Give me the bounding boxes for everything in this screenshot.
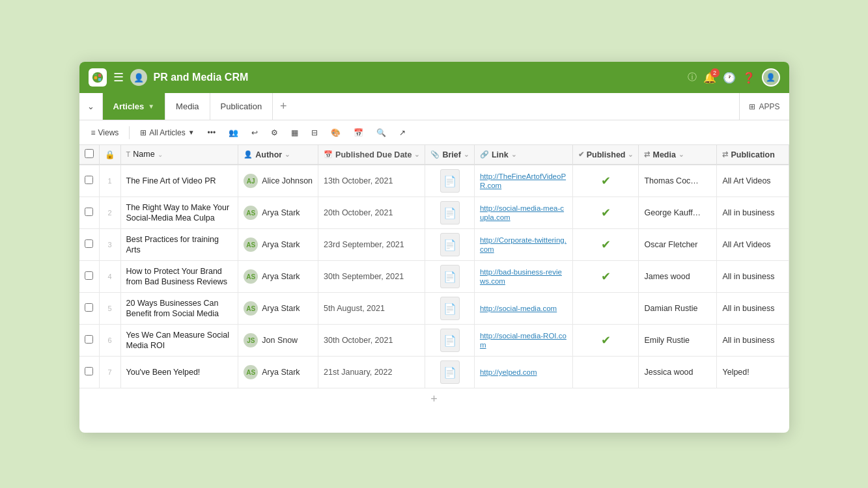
row-media-cell[interactable]: George Kauff… (639, 197, 717, 229)
row-brief-cell[interactable]: 📄 (425, 261, 474, 293)
collapse-button[interactable]: ⌄ (79, 93, 103, 120)
col-header-publication[interactable]: ⇄ Publication (717, 145, 789, 165)
table-container: 🔒 T Name ⌄ 👤 Author ⌄ (79, 145, 789, 433)
row-brief-cell[interactable]: 📄 (425, 165, 474, 197)
row-checkbox[interactable] (85, 239, 93, 248)
tab-dropdown-icon: ▼ (148, 103, 154, 110)
tab-articles[interactable]: Articles ▼ (103, 93, 166, 120)
info-icon[interactable]: ⓘ (688, 72, 697, 83)
col-header-brief[interactable]: 📎 Brief ⌄ (425, 145, 474, 165)
row-publication-cell[interactable]: All in business (717, 197, 789, 229)
row-checkbox[interactable] (85, 367, 93, 375)
user-avatar[interactable]: 👤 (762, 68, 780, 87)
hamburger-menu-icon[interactable]: ☰ (113, 70, 124, 85)
article-link[interactable]: http://social-media-ROI.com (480, 332, 567, 349)
row-check-cell (79, 325, 100, 357)
row-checkbox[interactable] (85, 208, 93, 216)
help-button[interactable]: ❓ (742, 72, 755, 84)
author-name: Arya Stark (262, 304, 300, 313)
row-name-cell[interactable]: The Fine Art of Video PR (120, 165, 238, 197)
calendar-icon: 📅 (354, 128, 363, 137)
row-name-cell[interactable]: Yes We Can Measure Social Media ROI (120, 325, 238, 357)
article-link[interactable]: http://Corporate-twittering.com (480, 236, 567, 253)
row-brief-cell[interactable]: 📄 (425, 325, 474, 357)
row-link-cell[interactable]: http://social-media-ROI.com (474, 325, 572, 357)
calendar-button[interactable]: 📅 (348, 126, 369, 140)
row-check-cell (79, 197, 100, 229)
article-link[interactable]: http://yelped.com (480, 368, 537, 376)
layout-icon: ▦ (291, 128, 298, 137)
row-media-cell[interactable]: Oscar Fletcher (639, 229, 717, 261)
app-logo (89, 68, 107, 87)
row-checkbox[interactable] (85, 176, 93, 184)
share-button[interactable]: ↗ (394, 126, 411, 140)
row-brief-cell[interactable]: 📄 (425, 293, 474, 325)
sort-published-icon: ⌄ (628, 151, 633, 158)
people-button[interactable]: 👥 (223, 126, 244, 140)
row-checkbox[interactable] (85, 335, 93, 344)
tab-publication[interactable]: Publication (210, 93, 273, 120)
row-checkbox[interactable] (85, 303, 93, 312)
article-link[interactable]: http://social-media.com (480, 305, 557, 312)
row-publication-cell[interactable]: All Art Videos (717, 229, 789, 261)
calendar-col-icon: 📅 (324, 150, 333, 159)
col-header-due-date[interactable]: 📅 Published Due Date ⌄ (318, 145, 425, 165)
row-name-cell[interactable]: The Right Way to Make Your Social-Media … (120, 197, 238, 229)
select-all-checkbox[interactable] (85, 149, 94, 158)
row-media-cell[interactable]: Emily Rustie (639, 325, 717, 357)
row-name-cell[interactable]: Best Practices for training Arts (120, 229, 238, 261)
filter-button[interactable]: ⊟ (306, 126, 323, 140)
search-button[interactable]: 🔍 (371, 126, 391, 140)
row-name-cell[interactable]: You've Been Yelped! (120, 357, 238, 388)
row-media-cell[interactable]: James wood (639, 261, 717, 293)
all-articles-button[interactable]: ⊞ All Articles ▼ (135, 126, 199, 140)
row-brief-cell[interactable]: 📄 (425, 229, 474, 261)
row-publication-cell[interactable]: Yelped! (717, 357, 789, 388)
row-checkbox[interactable] (85, 271, 93, 280)
col-header-name[interactable]: T Name ⌄ (120, 145, 238, 165)
layout-button[interactable]: ▦ (286, 126, 303, 140)
row-link-cell[interactable]: http://yelped.com (474, 357, 572, 388)
row-link-cell[interactable]: http://social-media-mea-cupla.com (474, 197, 572, 229)
row-publication-cell[interactable]: All in business (717, 261, 789, 293)
row-media-cell[interactable]: Thomas Coc… (639, 165, 717, 197)
author-avatar: AS (244, 301, 258, 316)
views-button[interactable]: ≡ Views (86, 126, 124, 140)
article-link[interactable]: http://social-media-mea-cupla.com (480, 204, 564, 221)
row-media-cell[interactable]: Jessica wood (639, 357, 717, 388)
row-link-cell[interactable]: http://Corporate-twittering.com (474, 229, 572, 261)
svg-rect-3 (98, 78, 101, 81)
color-button[interactable]: 🎨 (326, 126, 346, 140)
row-link-cell[interactable]: http://bad-business-reviews.com (474, 261, 572, 293)
row-link-cell[interactable]: http://social-media.com (474, 293, 572, 325)
row-brief-cell[interactable]: 📄 (425, 357, 474, 388)
row-published-cell: ✔ (572, 229, 639, 261)
row-publication-cell[interactable]: All in business (717, 293, 789, 325)
row-brief-cell[interactable]: 📄 (425, 197, 474, 229)
history-button[interactable]: 🕐 (723, 72, 736, 84)
tab-media[interactable]: Media (165, 93, 210, 120)
settings-button[interactable]: ⚙ (266, 126, 283, 140)
col-header-link[interactable]: 🔗 Link ⌄ (474, 145, 572, 165)
apps-button[interactable]: ⊞ APPS (739, 93, 789, 120)
notifications-button[interactable]: 🔔 2 (703, 72, 716, 84)
article-link[interactable]: http://bad-business-reviews.com (480, 268, 562, 285)
row-name-cell[interactable]: 20 Ways Businesses Can Benefit from Soci… (120, 293, 238, 325)
row-publication-cell[interactable]: All Art Videos (717, 165, 789, 197)
author-avatar: JS (244, 333, 258, 347)
article-link[interactable]: http://TheFineArtofVideoPR.com (480, 172, 566, 189)
options-button[interactable]: ••• (203, 126, 221, 140)
row-name-cell[interactable]: How to Protect Your Brand from Bad Busin… (120, 261, 238, 293)
table-row: 2 The Right Way to Make Your Social-Medi… (79, 197, 789, 229)
col-header-author[interactable]: 👤 Author ⌄ (238, 145, 318, 165)
row-publication-cell[interactable]: All in business (717, 325, 789, 357)
tab-articles-label: Articles (113, 102, 145, 111)
row-link-cell[interactable]: http://TheFineArtofVideoPR.com (474, 165, 572, 197)
add-tab-button[interactable]: + (273, 93, 294, 120)
col-header-media[interactable]: ⇄ Media ⌄ (639, 145, 717, 165)
col-header-published[interactable]: ✔ Published ⌄ (572, 145, 639, 165)
add-row-button[interactable]: + (79, 388, 789, 410)
author-avatar: AS (244, 237, 258, 252)
undo-button[interactable]: ↩ (246, 126, 263, 140)
row-media-cell[interactable]: Damian Rustie (639, 293, 717, 325)
